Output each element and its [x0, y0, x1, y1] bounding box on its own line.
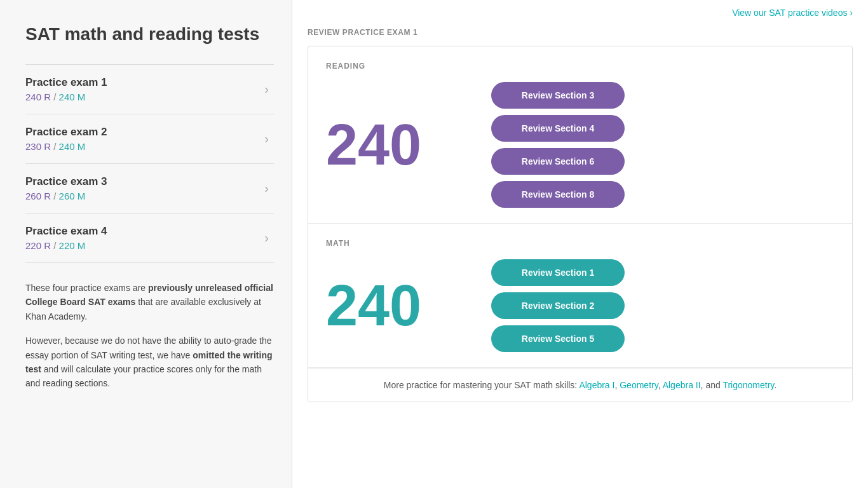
exam-panel: READING 240 Review Section 3Review Secti… — [308, 46, 853, 402]
score-m-4: 220 M — [59, 240, 86, 251]
exam-info-2: Practice exam 2 230 R / 240 M — [25, 126, 107, 152]
chevron-icon-4: › — [264, 231, 269, 245]
reading-content: 240 Review Section 3Review Section 4Revi… — [326, 82, 834, 208]
chevron-icon-2: › — [264, 132, 269, 146]
reading-review-btn-3[interactable]: Review Section 6 — [491, 148, 625, 175]
exam-item-4[interactable]: Practice exam 4 220 R / 220 M › — [25, 213, 274, 263]
exam-item-1[interactable]: Practice exam 1 240 R / 240 M › — [25, 64, 274, 114]
reading-review-btn-4[interactable]: Review Section 8 — [491, 181, 625, 208]
exam-scores-2: 230 R / 240 M — [25, 141, 107, 152]
score-sep-1: / — [53, 92, 58, 102]
score-r-3: 260 R — [25, 191, 51, 201]
trigonometry-link[interactable]: Trigonometry — [722, 380, 774, 390]
math-score: 240 — [326, 277, 466, 334]
reading-buttons: Review Section 3Review Section 4Review S… — [491, 82, 834, 208]
algebra2-link[interactable]: Algebra II — [663, 380, 701, 390]
note-text-4: and will calculate your practice scores … — [25, 364, 262, 388]
math-buttons: Review Section 1Review Section 2Review S… — [491, 259, 834, 352]
exam-name-3: Practice exam 3 — [25, 175, 107, 188]
note-text-1: These four practice exams are — [25, 283, 148, 293]
exam-scores-1: 240 R / 240 M — [25, 92, 107, 102]
exam-info-4: Practice exam 4 220 R / 220 M — [25, 225, 107, 251]
sidebar-note-1: These four practice exams are previously… — [25, 281, 274, 323]
exam-item-3[interactable]: Practice exam 3 260 R / 260 M › — [25, 163, 274, 213]
math-review-btn-1[interactable]: Review Section 1 — [491, 259, 625, 286]
page-title: SAT math and reading tests — [25, 23, 274, 45]
exam-name-2: Practice exam 2 — [25, 126, 107, 139]
math-content: 240 Review Section 1Review Section 2Revi… — [326, 259, 834, 352]
sat-videos-link[interactable]: View our SAT practice videos › — [732, 8, 853, 18]
reading-score: 240 — [326, 116, 466, 173]
reading-section: READING 240 Review Section 3Review Secti… — [308, 46, 852, 224]
score-m-2: 240 M — [59, 141, 86, 152]
exam-info-3: Practice exam 3 260 R / 260 M — [25, 175, 107, 201]
exam-info-1: Practice exam 1 240 R / 240 M — [25, 76, 107, 102]
math-section: MATH 240 Review Section 1Review Section … — [308, 224, 852, 368]
math-label: MATH — [326, 239, 834, 248]
score-r-1: 240 R — [25, 92, 51, 102]
more-practice: More practice for mastering your SAT mat… — [308, 368, 852, 402]
more-practice-text: More practice for mastering your SAT mat… — [384, 380, 580, 390]
algebra1-link[interactable]: Algebra I — [579, 380, 614, 390]
exam-scores-3: 260 R / 260 M — [25, 191, 107, 201]
score-sep-3: / — [53, 191, 58, 201]
math-review-btn-2[interactable]: Review Section 2 — [491, 292, 625, 319]
exam-list: Practice exam 1 240 R / 240 M › Practice… — [25, 64, 274, 263]
breadcrumb: REVIEW PRACTICE EXAM 1 — [308, 28, 853, 37]
exam-scores-4: 220 R / 220 M — [25, 240, 107, 251]
exam-name-4: Practice exam 4 — [25, 225, 107, 238]
main-content: View our SAT practice videos › REVIEW PR… — [292, 0, 868, 488]
reading-review-btn-2[interactable]: Review Section 4 — [491, 115, 625, 142]
score-sep-2: / — [53, 141, 58, 152]
chevron-icon-1: › — [264, 82, 269, 97]
sidebar-note-2: However, because we do not have the abil… — [25, 334, 274, 391]
exam-name-1: Practice exam 1 — [25, 76, 107, 89]
chevron-icon-3: › — [264, 181, 269, 196]
score-r-2: 230 R — [25, 141, 51, 152]
exam-item-2[interactable]: Practice exam 2 230 R / 240 M › — [25, 114, 274, 163]
reading-review-btn-1[interactable]: Review Section 3 — [491, 82, 625, 109]
reading-label: READING — [326, 62, 834, 71]
score-r-4: 220 R — [25, 240, 51, 251]
math-review-btn-3[interactable]: Review Section 5 — [491, 325, 625, 352]
top-bar: View our SAT practice videos › — [308, 0, 853, 28]
score-m-1: 240 M — [59, 92, 86, 102]
sidebar: SAT math and reading tests Practice exam… — [0, 0, 292, 488]
score-sep-4: / — [53, 240, 58, 251]
geometry-link[interactable]: Geometry — [620, 380, 658, 390]
score-m-3: 260 M — [59, 191, 86, 201]
